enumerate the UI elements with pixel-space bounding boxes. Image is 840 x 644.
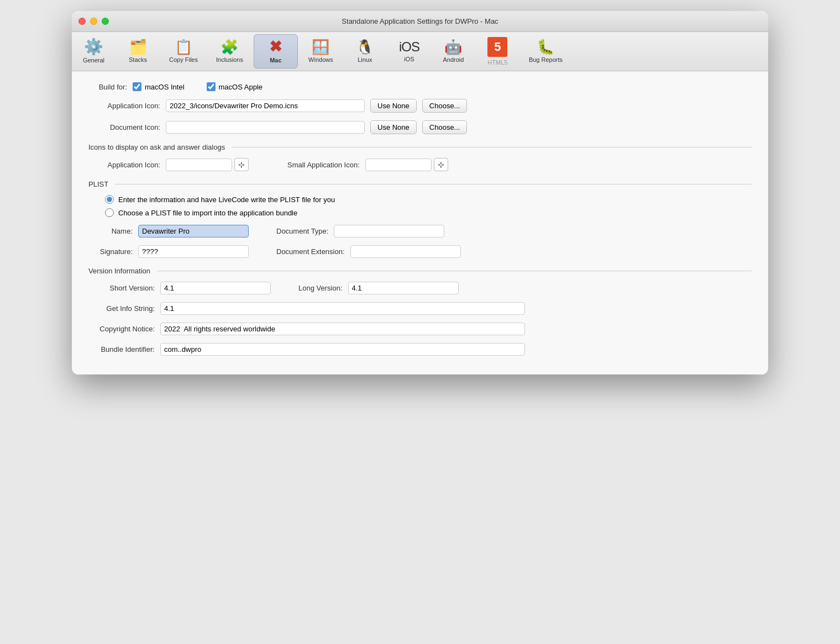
toolbar-label-html5: HTML5 [487,59,507,66]
document-icon-label: Document Icon: [88,123,160,131]
window-title: Standalone Application Settings for DWPr… [342,17,498,25]
radio-import-text: Choose a PLIST file to import into the a… [118,209,297,217]
build-for-row: Build for: macOS Intel macOS Apple [88,82,752,91]
gear-icon: ⚙️ [84,39,103,55]
document-extension-label: Document Extension: [276,247,345,256]
toolbar-label-linux: Linux [358,56,372,63]
short-version-input[interactable] [160,282,271,294]
macos-intel-checkbox-label[interactable]: macOS Intel [133,82,185,91]
crosshair-small-icon: ⊹ [438,160,444,169]
toolbar-item-mac[interactable]: ✖ Mac [254,34,298,68]
short-version-label: Short Version: [88,284,155,292]
macos-apple-checkbox-label[interactable]: macOS Apple [207,82,263,91]
application-icon-label: Application Icon: [88,102,160,110]
toolbar-label-stacks: Stacks [129,56,147,63]
toolbar-label-mac: Mac [270,57,281,64]
radio-livecode-text: Enter the information and have LiveCode … [118,196,335,204]
macos-apple-checkbox[interactable] [207,82,216,91]
content-area: Build for: macOS Intel macOS Apple Appli… [72,71,768,374]
signature-input[interactable] [138,245,249,258]
copyright-input[interactable] [160,323,525,335]
mac-icon: ✖ [269,39,282,55]
copy-files-icon: 📋 [175,40,192,54]
document-icon-row: Document Icon: Use None Choose... [88,120,752,134]
version-divider-line [157,271,752,271]
toolbar-label-general: General [83,57,104,64]
close-button[interactable] [78,18,86,25]
macos-intel-checkbox[interactable] [133,82,141,91]
crosshair-icon: ⊹ [238,160,245,169]
signature-doc-ext-row: Signature: Document Extension: [88,245,752,258]
toolbar-item-general[interactable]: ⚙️ General [72,32,116,71]
toolbar-item-copy-files[interactable]: 📋 Copy Files [160,32,207,71]
toolbar: ⚙️ General 🗂️ Stacks 📋 Copy Files 🧩 Incl… [72,32,768,71]
toolbar-item-android[interactable]: 🤖 Android [432,32,476,71]
toolbar-item-html5[interactable]: 5 HTML5 [476,32,520,71]
long-version-label: Long Version: [298,284,343,292]
html5-icon: 5 [487,37,507,57]
plist-section-label: PLIST [88,180,108,188]
icons-section-label: Icons to display on ask and answer dialo… [88,143,225,151]
maximize-button[interactable] [102,18,109,25]
document-icon-input[interactable] [166,121,365,134]
ios-icon: iOS [399,40,419,54]
plist-radio-group: Enter the information and have LiveCode … [105,195,752,217]
small-app-icon-picker-field: ⊹ [365,158,448,171]
application-icon-input[interactable] [166,99,365,112]
toolbar-label-bug-reports: Bug Reports [529,56,563,63]
radio-livecode[interactable] [105,195,114,204]
name-label: Name: [88,227,133,235]
app-icon-picker-button[interactable]: ⊹ [234,158,249,171]
document-icon-choose-btn[interactable]: Choose... [422,120,468,134]
html5-icon-label: 5 [494,40,501,54]
bundle-id-label: Bundle Identifier: [88,345,155,353]
main-window: Standalone Application Settings for DWPr… [72,11,768,374]
icons-divider-line [232,147,752,147]
app-icon-picker-field: ⊹ [166,158,249,171]
document-icon-use-none-btn[interactable]: Use None [370,120,417,134]
toolbar-item-linux[interactable]: 🐧 Linux [343,32,387,71]
application-icon-choose-btn[interactable]: Choose... [422,99,468,113]
toolbar-item-stacks[interactable]: 🗂️ Stacks [116,32,160,71]
document-extension-input[interactable] [350,245,461,258]
traffic-lights [78,18,109,25]
get-info-label: Get Info String: [88,304,155,313]
macos-intel-label: macOS Intel [145,83,185,91]
radio-import-label[interactable]: Choose a PLIST file to import into the a… [105,208,752,217]
copyright-label: Copyright Notice: [88,325,155,333]
small-app-icon-label: Small Application Icon: [287,161,360,169]
small-app-icon-picker-button[interactable]: ⊹ [434,158,448,171]
build-for-label: Build for: [88,83,127,91]
app-icon-picker-label: Application Icon: [88,161,160,169]
toolbar-label-android: Android [443,56,464,63]
radio-import[interactable] [105,208,114,217]
signature-label: Signature: [88,247,133,256]
toolbar-item-ios[interactable]: iOS iOS [387,32,432,71]
android-icon: 🤖 [444,40,462,54]
toolbar-label-inclusions: Inclusions [216,56,243,63]
inclusions-icon: 🧩 [221,40,238,54]
long-version-input[interactable] [348,282,459,294]
plist-divider-line [115,184,752,184]
small-app-icon-picker-input[interactable] [365,159,432,171]
get-info-input[interactable] [160,302,525,315]
radio-livecode-label[interactable]: Enter the information and have LiveCode … [105,195,752,204]
application-icon-use-none-btn[interactable]: Use None [370,99,417,113]
application-icon-row: Application Icon: Use None Choose... [88,99,752,113]
app-icon-picker-input[interactable] [166,159,232,171]
icons-section-divider: Icons to display on ask and answer dialo… [88,143,752,151]
app-icon-picker-row: Application Icon: ⊹ Small Application Ic… [88,158,752,171]
bundle-id-input[interactable] [160,343,525,356]
toolbar-item-windows[interactable]: 🪟 Windows [299,32,343,71]
bundle-id-row: Bundle Identifier: [88,343,752,356]
toolbar-label-copy-files: Copy Files [169,56,198,63]
linux-icon: 🐧 [356,40,374,54]
document-type-input[interactable] [334,225,444,237]
minimize-button[interactable] [90,18,97,25]
version-row: Short Version: Long Version: [88,282,752,294]
toolbar-item-bug-reports[interactable]: 🐛 Bug Reports [520,32,572,71]
document-type-label: Document Type: [276,227,328,235]
get-info-row: Get Info String: [88,302,752,315]
toolbar-item-inclusions[interactable]: 🧩 Inclusions [207,32,253,71]
name-input[interactable] [138,225,249,237]
